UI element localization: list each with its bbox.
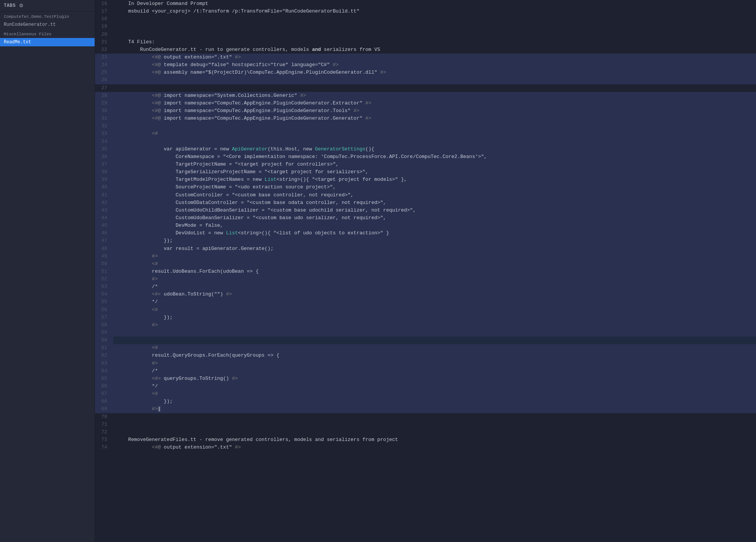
sidebar-item-runcodegentt[interactable]: RunCodeGenerator.tt (0, 21, 95, 29)
line-number: 68 (95, 398, 113, 405)
table-row: 18 (95, 15, 756, 23)
line-number: 60 (95, 337, 113, 344)
line-code: */ (113, 298, 756, 306)
line-code: #> (113, 253, 756, 260)
line-number: 17 (95, 8, 113, 15)
line-code: CustomODataController = "<custom base od… (113, 199, 756, 207)
line-number: 31 (95, 115, 113, 122)
table-row: 26 (95, 76, 756, 84)
sidebar-file-label: RunCodeGenerator.tt (4, 22, 56, 27)
table-row: 28 <#@ import namespace="System.Collecti… (95, 92, 756, 100)
line-number: 54 (95, 291, 113, 298)
table-row: 37 TargetProjectName = "<target project … (95, 161, 756, 168)
line-number: 67 (95, 390, 113, 398)
line-code: result.UdoBeans.ForEach(udoBean => { (113, 268, 756, 275)
table-row: 48 var result = apiGenerator.Generate(); (95, 245, 756, 253)
line-code: <#@ import namespace="System.Collections… (113, 92, 756, 100)
line-number: 73 (95, 436, 113, 444)
line-number: 47 (95, 237, 113, 245)
line-code: <#@ import namespace="CompuTec.AppEngine… (113, 107, 756, 115)
table-row: 49 #> (95, 253, 756, 260)
table-row: 69 #>| (95, 405, 756, 413)
line-number: 39 (95, 176, 113, 183)
table-row: 33 <# (95, 130, 756, 137)
line-number: 30 (95, 107, 113, 115)
line-code: RunCodeGenerator.tt - run to generate co… (113, 46, 756, 54)
miscellaneous-label: Miscellaneous Files (0, 29, 95, 38)
line-code: SourceProjectName = "<udo extraction sou… (113, 183, 756, 191)
line-code: #>| (113, 405, 756, 413)
line-number: 50 (95, 260, 113, 268)
line-number: 19 (95, 23, 113, 30)
line-number: 22 (95, 46, 113, 54)
code-table: 16 In Developer Command Prompt 17 msbuil… (95, 0, 756, 451)
line-code: DevMode = false, (113, 222, 756, 229)
line-number: 63 (95, 360, 113, 367)
line-number: 41 (95, 191, 113, 199)
line-number: 74 (95, 444, 113, 451)
line-number: 16 (95, 0, 113, 8)
table-row: 45 DevMode = false, (95, 222, 756, 229)
line-code: <#@ output extension=".txt" #> (113, 54, 756, 61)
line-number: 43 (95, 207, 113, 214)
line-code: }); (113, 314, 756, 321)
line-code: var result = apiGenerator.Generate(); (113, 245, 756, 253)
table-row: 73 RemoveGeneratedFiles.tt - remove gene… (95, 436, 756, 444)
line-number: 49 (95, 253, 113, 260)
line-number: 48 (95, 245, 113, 253)
line-code (113, 122, 756, 130)
line-number: 42 (95, 199, 113, 207)
line-number: 70 (95, 413, 113, 421)
line-number: 53 (95, 283, 113, 291)
line-code: #> (113, 360, 756, 367)
line-number: 27 (95, 84, 113, 92)
table-row: 53 /* (95, 283, 756, 291)
line-number: 62 (95, 352, 113, 359)
line-code: #> (113, 321, 756, 329)
line-code (113, 421, 756, 428)
table-row: 43 CustomUdoChildBeanSerializer = "<cust… (95, 207, 756, 214)
line-number: 29 (95, 100, 113, 107)
line-code: <# (113, 260, 756, 268)
line-number: 52 (95, 275, 113, 283)
line-number: 55 (95, 298, 113, 306)
line-code: T4 Files: (113, 38, 756, 46)
sidebar-item-readme[interactable]: ReadMe.txt (0, 38, 95, 46)
tabs-label: Tabs (4, 3, 16, 8)
line-number: 23 (95, 54, 113, 61)
code-editor[interactable]: 16 In Developer Command Prompt 17 msbuil… (95, 0, 756, 542)
line-code: /* (113, 367, 756, 375)
line-code: <#@ assembly name="$(ProjectDir)\CompuTe… (113, 69, 756, 76)
line-code: <#@ output extension=".txt" #> (113, 444, 756, 451)
line-code: In Developer Command Prompt (113, 0, 756, 8)
line-number: 56 (95, 306, 113, 314)
table-row: 30 <#@ import namespace="CompuTec.AppEng… (95, 107, 756, 115)
sidebar-active-file-label: ReadMe.txt (4, 40, 31, 45)
line-code: /* (113, 283, 756, 291)
table-row: 47 }); (95, 237, 756, 245)
line-number: 21 (95, 38, 113, 46)
line-number: 65 (95, 375, 113, 382)
line-number: 61 (95, 344, 113, 352)
line-code (113, 15, 756, 23)
line-number: 71 (95, 421, 113, 428)
line-number: 26 (95, 76, 113, 84)
line-number: 69 (95, 405, 113, 413)
table-row: 46 DevUdoList = new List<string>(){ "<li… (95, 229, 756, 237)
line-number: 20 (95, 31, 113, 38)
line-number: 72 (95, 428, 113, 436)
line-code: CoreNamespace = "<Core implementaiton na… (113, 153, 756, 161)
table-row: 70 (95, 413, 756, 421)
line-code: <#@ import namespace="CompuTec.AppEngine… (113, 115, 756, 122)
table-row: 74 <#@ output extension=".txt" #> (95, 444, 756, 451)
table-row: 66 */ (95, 382, 756, 390)
tabs-gear-button[interactable]: ⚙ (18, 2, 25, 9)
line-number: 45 (95, 222, 113, 229)
line-number: 38 (95, 168, 113, 176)
line-code: TargetProjectName = "<target project for… (113, 161, 756, 168)
main-content: 16 In Developer Command Prompt 17 msbuil… (95, 0, 756, 542)
line-code: <# (113, 344, 756, 352)
table-row: 41 CustomController = "<custom base cont… (95, 191, 756, 199)
line-code: result.QueryGroups.ForEach(queryGroups =… (113, 352, 756, 359)
line-number: 37 (95, 161, 113, 168)
